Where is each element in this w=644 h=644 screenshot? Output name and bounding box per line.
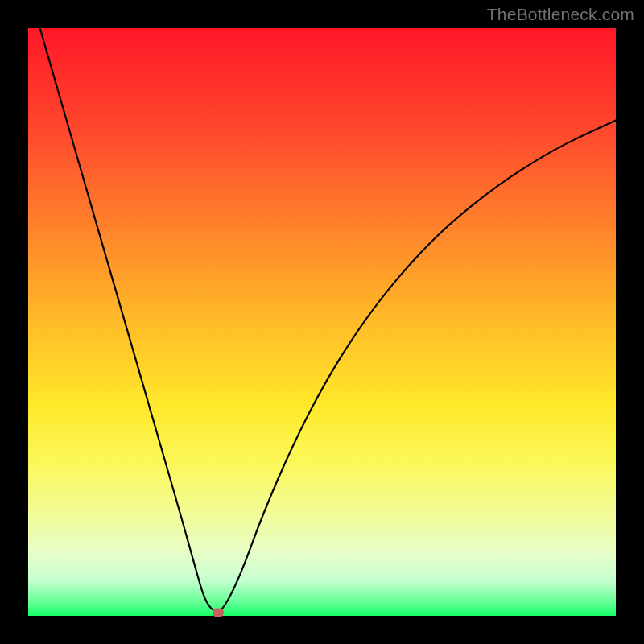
chart-marker-dot (213, 608, 224, 617)
chart-plot-area (28, 28, 616, 616)
chart-curve-line (40, 28, 616, 612)
chart-curve-svg (28, 28, 616, 616)
watermark-text: TheBottleneck.com (487, 5, 634, 24)
